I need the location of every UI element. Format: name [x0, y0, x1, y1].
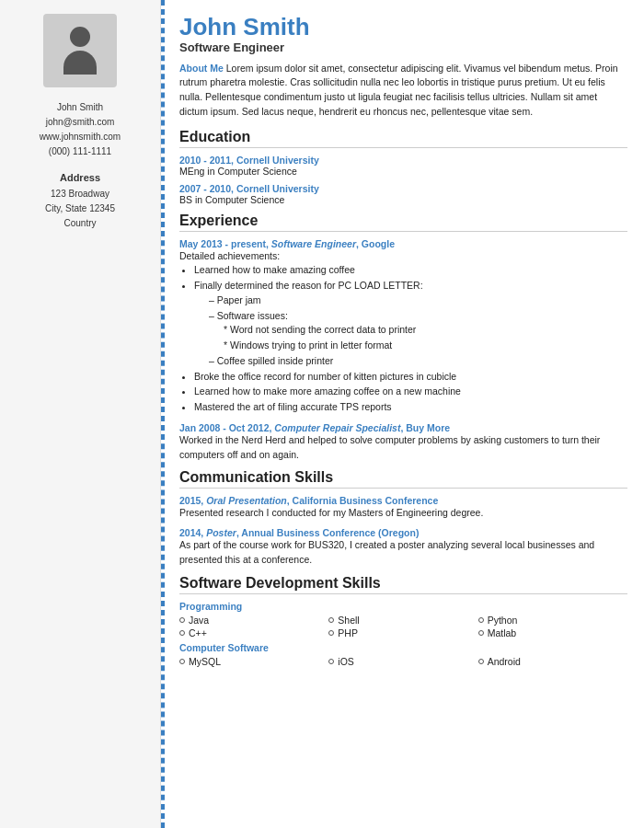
- bullet-icon: [179, 659, 185, 664]
- skill-label: Matlab: [488, 627, 517, 638]
- skills-section-title: Software Development Skills: [179, 575, 627, 594]
- exp-header-1: May 2013 - present, Software Engineer, G…: [179, 238, 627, 249]
- comm-header-1: 2015, Oral Presentation, California Busi…: [179, 495, 627, 506]
- communication-section-title: Communication Skills: [179, 469, 627, 489]
- contact-phone: (000) 111-1111: [40, 144, 121, 159]
- about-section: About Me Lorem ipsum dolor sit amet, con…: [179, 62, 627, 120]
- bullet-icon: [328, 659, 334, 664]
- education-section-title: Education: [179, 129, 627, 148]
- exp-body-1: Detailed achievements: Learned how to ma…: [179, 249, 627, 415]
- skill-android: Android: [478, 656, 627, 667]
- contact-website: www.johnsmith.com: [40, 130, 121, 144]
- full-name: John Smith: [179, 14, 627, 40]
- comm-body-2: As part of the course work for BUS320, I…: [179, 538, 627, 568]
- about-label: About Me: [179, 63, 224, 74]
- comm-entry-1: 2015, Oral Presentation, California Busi…: [179, 495, 627, 521]
- avatar: [43, 14, 117, 87]
- address-label: Address: [60, 172, 100, 183]
- skill-ios: iOS: [328, 656, 477, 667]
- bullet-icon: [478, 630, 484, 636]
- skill-php: PHP: [328, 627, 477, 638]
- sidebar: John Smith john@smith.com www.johnsmith.…: [0, 0, 161, 828]
- skill-label: Android: [488, 656, 521, 667]
- bullet-icon: [328, 630, 334, 636]
- programming-skills-grid: Java Shell Python C++ PHP Matlab: [179, 615, 627, 638]
- skill-python: Python: [478, 615, 627, 626]
- edu-degree-2: BS in Computer Science: [179, 194, 627, 205]
- skill-label: C++: [189, 627, 207, 638]
- skill-cpp: C++: [179, 627, 328, 638]
- bullet-icon: [179, 617, 185, 623]
- person-icon: [63, 27, 97, 75]
- skill-label: Shell: [338, 615, 359, 626]
- skill-shell: Shell: [328, 615, 477, 626]
- edu-entry-1: 2010 - 2011, Cornell University MEng in …: [179, 155, 627, 177]
- bullet-icon: [478, 659, 484, 664]
- exp-header-2: Jan 2008 - Oct 2012, Computer Repair Spe…: [179, 422, 627, 433]
- edu-entry-2: 2007 - 2010, Cornell University BS in Co…: [179, 183, 627, 205]
- job-title: Software Engineer: [179, 40, 627, 54]
- comm-header-2: 2014, Poster, Annual Business Conference…: [179, 527, 627, 538]
- bullet-icon: [179, 630, 185, 636]
- bullet-icon: [328, 617, 334, 623]
- contact-info: John Smith john@smith.com www.johnsmith.…: [40, 100, 121, 159]
- contact-name: John Smith: [40, 100, 121, 115]
- address-street: 123 Broadway: [45, 187, 115, 201]
- edu-degree-1: MEng in Computer Science: [179, 166, 627, 177]
- address-info: 123 Broadway City, State 12345 Country: [45, 187, 115, 231]
- comm-body-1: Presented research I conducted for my Ma…: [179, 506, 627, 521]
- exp-entry-1: May 2013 - present, Software Engineer, G…: [179, 238, 627, 415]
- comm-entry-2: 2014, Poster, Annual Business Conference…: [179, 527, 627, 568]
- skill-java: Java: [179, 615, 328, 626]
- main-content: John Smith Software Engineer About Me Lo…: [161, 0, 644, 828]
- edu-years-1: 2010 - 2011, Cornell University: [179, 155, 627, 166]
- skills-category-programming: Programming: [179, 601, 627, 612]
- exp-body-2: Worked in the Nerd Herd and helped to so…: [179, 433, 627, 463]
- skill-label: Python: [488, 615, 518, 626]
- skill-matlab: Matlab: [478, 627, 627, 638]
- exp-entry-2: Jan 2008 - Oct 2012, Computer Repair Spe…: [179, 422, 627, 463]
- experience-section-title: Experience: [179, 213, 627, 232]
- skill-label: iOS: [338, 656, 354, 667]
- address-city: City, State 12345: [45, 201, 115, 216]
- skill-label: MySQL: [189, 656, 221, 667]
- skill-mysql: MySQL: [179, 656, 328, 667]
- software-skills-grid: MySQL iOS Android: [179, 656, 627, 667]
- address-country: Country: [45, 216, 115, 231]
- skills-section: Programming Java Shell Python C++ PHP: [179, 601, 627, 667]
- skill-label: Java: [189, 615, 209, 626]
- edu-years-2: 2007 - 2010, Cornell University: [179, 183, 627, 194]
- skill-label: PHP: [338, 627, 358, 638]
- bullet-icon: [478, 617, 484, 623]
- skills-category-software: Computer Software: [179, 642, 627, 653]
- about-text: Lorem ipsum dolor sit amet, consectetur …: [179, 63, 618, 117]
- contact-email: john@smith.com: [40, 115, 121, 130]
